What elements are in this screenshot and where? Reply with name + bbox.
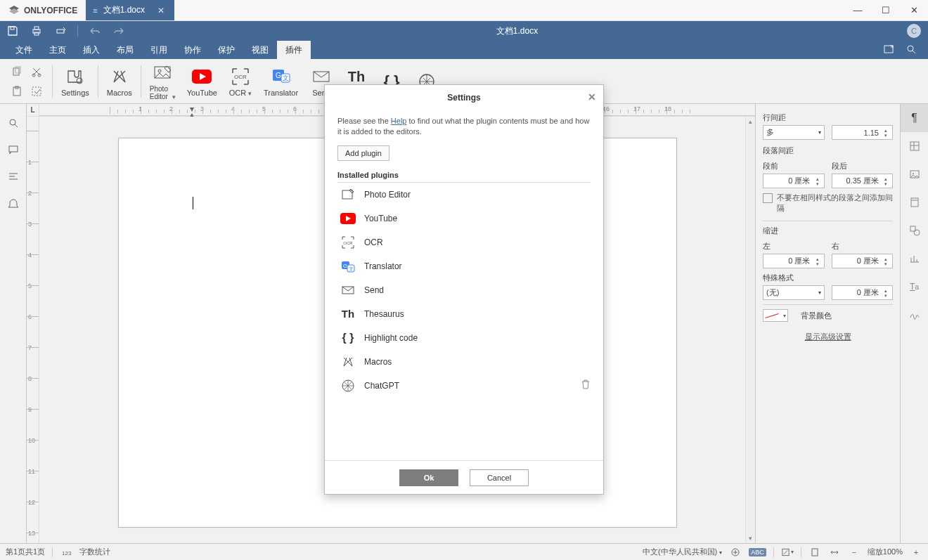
redo-icon[interactable] [112, 24, 126, 38]
fit-width-icon[interactable] [828, 546, 841, 559]
line-spacing-mode-select[interactable]: 多▾ [763, 125, 825, 140]
chart-tab[interactable] [901, 245, 928, 273]
document-tab[interactable]: ≡ 文档1.docx ✕ [86, 0, 174, 20]
send-icon [337, 283, 359, 297]
paragraph-tab[interactable]: ¶ [901, 104, 928, 132]
translator-button[interactable]: G文 Translator [258, 65, 304, 97]
undo-icon[interactable] [88, 24, 102, 38]
scroll-down-icon[interactable]: ▾ [746, 533, 755, 543]
headings-icon[interactable] [6, 169, 21, 184]
indent-right-input[interactable]: 0 厘米▴▾ [832, 254, 894, 268]
header-footer-tab[interactable] [901, 188, 928, 216]
indent-left-input[interactable]: 0 厘米▴▾ [763, 254, 825, 268]
bg-color-swatch[interactable]: ▾ [763, 309, 788, 322]
page-indicator[interactable]: 第1页共1页 [6, 547, 45, 557]
settings-button[interactable]: Settings [56, 65, 95, 97]
tab-protection[interactable]: 保护 [210, 41, 243, 59]
tab-home[interactable]: 主页 [41, 41, 75, 59]
minimize-button[interactable]: — [844, 0, 872, 20]
special-amount-input[interactable]: 0 厘米▴▾ [832, 285, 894, 300]
document-tab-close-icon[interactable]: ✕ [157, 6, 165, 15]
tab-plugins[interactable]: 插件 [277, 41, 311, 59]
ocr-button[interactable]: OCR OCR▾ [223, 65, 258, 97]
find-icon[interactable] [6, 115, 21, 131]
special-format-select[interactable]: (无)▾ [763, 285, 825, 300]
user-avatar[interactable]: C [907, 24, 921, 38]
tab-references[interactable]: 引用 [142, 41, 176, 59]
plugin-row-highlight-code[interactable]: { }Highlight code [337, 326, 591, 350]
svg-text:文: 文 [349, 266, 354, 271]
macros-button[interactable]: Macros [101, 65, 138, 97]
plugin-row-translator[interactable]: G文Translator [337, 254, 591, 278]
tab-file[interactable]: 文件 [7, 41, 41, 59]
scroll-up-icon[interactable]: ▴ [746, 117, 755, 126]
save-icon[interactable] [6, 24, 20, 38]
tab-insert[interactable]: 插入 [75, 41, 108, 59]
table-tab[interactable] [901, 132, 928, 160]
spellcheck-toggle-icon[interactable] [729, 546, 742, 559]
spellcheck-badge[interactable]: ABC [749, 548, 766, 556]
tab-collaboration[interactable]: 协作 [176, 41, 210, 59]
language-indicator[interactable]: 中文(中华人民共和国) ▾ [643, 547, 722, 557]
spacing-after-input[interactable]: 0.35 厘米▴▾ [832, 174, 894, 188]
plugin-row-thesaurus[interactable]: ThThesaurus [337, 302, 591, 326]
zoom-level[interactable]: 缩放100% [868, 547, 903, 557]
track-changes-icon[interactable]: ▾ [781, 546, 794, 559]
youtube-button[interactable]: YouTube [181, 65, 223, 97]
tab-view[interactable]: 视图 [243, 41, 277, 59]
spacing-before-input[interactable]: 0 厘米▴▾ [763, 174, 825, 188]
advanced-settings-link[interactable]: 显示高级设置 [763, 332, 893, 342]
no-space-same-style-checkbox[interactable]: 不要在相同样式的段落之间添加间隔 [763, 193, 893, 214]
cancel-button[interactable]: Cancel [470, 469, 529, 486]
search-icon[interactable] [906, 44, 917, 57]
tab-menu-icon[interactable]: ≡ [93, 6, 97, 15]
plugin-row-ocr[interactable]: OCROCR [337, 230, 591, 254]
plugin-row-send[interactable]: Send [337, 278, 591, 302]
delete-plugin-icon[interactable] [581, 379, 591, 392]
youtube-label: YouTube [187, 89, 217, 97]
svg-text:123: 123 [62, 550, 71, 556]
zoom-out-icon[interactable]: − [848, 546, 861, 559]
word-count-label[interactable]: 字数统计 [79, 547, 110, 557]
help-link[interactable]: Help [391, 117, 407, 125]
fit-page-icon[interactable] [808, 546, 821, 559]
special-label: 特殊格式 [763, 273, 893, 283]
tab-layout[interactable]: 布局 [108, 41, 142, 59]
image-tab[interactable] [901, 160, 928, 188]
line-spacing-value-input[interactable]: 1.15▴▾ [832, 125, 894, 140]
tab-marker[interactable]: L [27, 104, 39, 117]
plugin-row-chatgpt[interactable]: ChatGPT [337, 374, 591, 398]
macros-label: Macros [107, 89, 132, 97]
vertical-ruler[interactable]: 12345678910111213141516 [27, 117, 39, 543]
plugin-row-macros[interactable]: Macros [337, 350, 591, 374]
svg-rect-4 [34, 27, 39, 30]
plugin-row-photo-editor[interactable]: Photo Editor [337, 183, 591, 207]
quick-print-icon[interactable] [53, 24, 67, 38]
shape-tab[interactable] [901, 216, 928, 245]
plugin-row-youtube[interactable]: YouTube [337, 207, 591, 230]
photo-editor-icon [150, 62, 174, 84]
paste-icon[interactable] [8, 83, 25, 100]
copy-icon[interactable] [8, 63, 25, 80]
chatgpt-icon [337, 379, 359, 393]
dialog-close-icon[interactable]: ✕ [588, 91, 596, 103]
select-all-icon[interactable] [28, 83, 45, 100]
bg-color-label: 背景颜色 [801, 311, 832, 321]
add-plugin-button[interactable]: Add plugin [337, 145, 389, 161]
maximize-button[interactable]: ☐ [872, 0, 900, 20]
ok-button[interactable]: Ok [399, 469, 458, 486]
vertical-scrollbar[interactable]: ▴ ▾ [745, 117, 755, 543]
svg-text:文: 文 [282, 74, 288, 82]
zoom-in-icon[interactable]: + [910, 546, 922, 559]
feedback-icon[interactable] [6, 195, 21, 211]
comments-icon[interactable] [6, 142, 21, 157]
photo-editor-button[interactable]: PhotoEditor ▾ [144, 62, 181, 100]
text-cursor [193, 197, 193, 209]
signature-tab[interactable] [901, 301, 928, 329]
word-count-icon[interactable]: 123 [60, 546, 72, 559]
close-button[interactable]: ✕ [900, 0, 928, 20]
print-icon[interactable] [30, 24, 44, 38]
cut-icon[interactable] [28, 63, 45, 80]
open-location-icon[interactable] [883, 44, 894, 57]
textart-tab[interactable]: Ta [901, 273, 928, 301]
